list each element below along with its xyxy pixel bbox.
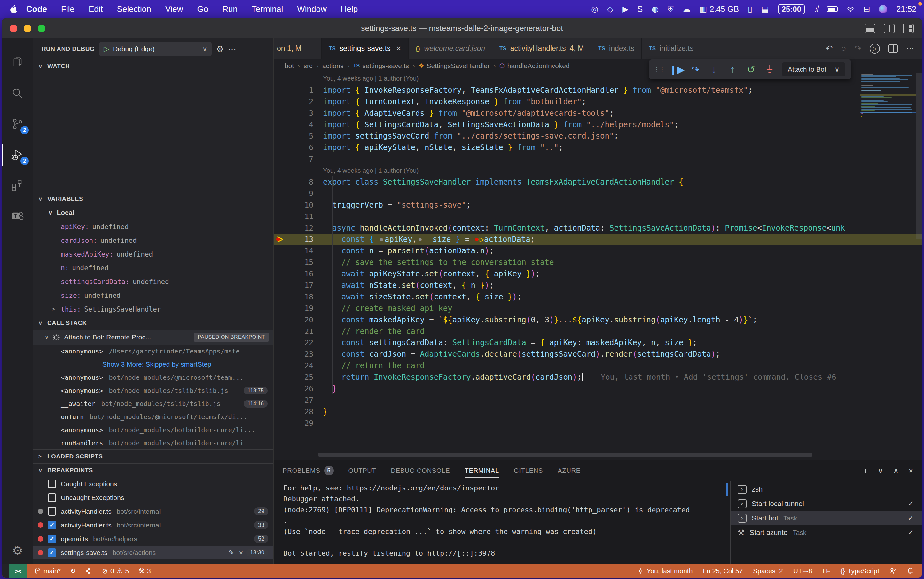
- menu-item-help[interactable]: Help: [341, 4, 358, 14]
- scope-local[interactable]: ∨Local: [33, 206, 273, 220]
- variable-row[interactable]: apiKey:undefined: [33, 220, 273, 234]
- section-header-call-stack[interactable]: ∨CALL STACK: [33, 316, 273, 330]
- code-line[interactable]: 24 // return the card: [274, 360, 922, 371]
- menu-item-run[interactable]: Run: [222, 4, 238, 14]
- variable-row[interactable]: size:undefined: [33, 288, 273, 302]
- step-out-icon[interactable]: ↑: [723, 64, 742, 75]
- close-window-button[interactable]: [10, 25, 17, 32]
- status-item-graph[interactable]: [85, 568, 92, 574]
- section-header-watch[interactable]: ∨WATCH: [33, 59, 273, 73]
- code-line[interactable]: 28}: [274, 406, 922, 417]
- globe-icon[interactable]: ◍: [651, 5, 659, 14]
- breadcrumb-item[interactable]: ❖SettingsSaveHandler: [418, 62, 490, 70]
- breakpoint-row[interactable]: Caught Exceptions: [33, 477, 273, 491]
- breakpoint-row[interactable]: activityHandler.tsbot/src/internal29: [33, 504, 273, 518]
- code-line[interactable]: 3import { AdaptiveCards } from "@microso…: [274, 108, 922, 119]
- breakpoint-row[interactable]: ✓openai.tsbot/src/helpers52: [33, 532, 273, 546]
- breadcrumb-item[interactable]: bot: [284, 62, 294, 70]
- keyboard-icon[interactable]: ▤: [761, 5, 769, 14]
- attach-target-dropdown[interactable]: Attach to Bot∨: [782, 62, 846, 77]
- variable-row[interactable]: cardJson:undefined: [33, 234, 273, 247]
- menu-item-view[interactable]: View: [165, 4, 183, 14]
- code-line[interactable]: 22 const settingsCardData: SettingsCardD…: [274, 337, 922, 348]
- more-actions-icon[interactable]: ⋯: [228, 44, 236, 54]
- code-line[interactable]: 10 triggerVerb = "settings-save";: [274, 199, 922, 211]
- status-item-bell[interactable]: [907, 568, 914, 574]
- siri-icon[interactable]: [879, 5, 887, 13]
- code-line[interactable]: 13 const { ●apiKey,● size } = ●▷actionDa…: [274, 234, 922, 245]
- display-icon[interactable]: ▯: [748, 5, 752, 14]
- status-item-branch[interactable]: main*: [34, 567, 61, 575]
- toggle-secondary-sidebar-icon[interactable]: [884, 24, 895, 33]
- new-terminal-icon[interactable]: +: [863, 466, 868, 475]
- callstack-frame[interactable]: onTurnbot/node_modules/@microsoft/teamsf…: [33, 410, 273, 423]
- code-line[interactable]: 5import settingsSaveCard from "../cards/…: [274, 130, 922, 142]
- debug-start-icon[interactable]: ▷: [104, 45, 109, 53]
- terminal-list-item[interactable]: >Start botTask✓: [731, 511, 922, 525]
- panel-tab-problems[interactable]: PROBLEMS5: [282, 460, 334, 481]
- mute-icon[interactable]: ♪̸: [814, 5, 818, 14]
- code-line[interactable]: 17 await nState.set(context, { n });: [274, 280, 922, 291]
- breadcrumb-item[interactable]: TSsettings-save.ts: [353, 62, 409, 70]
- breadcrumb-item[interactable]: ⬡handleActionInvoked: [500, 62, 570, 70]
- run-file-icon[interactable]: ▷: [870, 44, 880, 54]
- control-center-icon[interactable]: ⊟: [863, 5, 870, 14]
- code-line[interactable]: 23 const cardJson = AdaptiveCards.declar…: [274, 348, 922, 360]
- callstack-frame[interactable]: <anonymous>/Users/garrytrinder/TeamsApps…: [33, 345, 273, 358]
- remote-indicator[interactable]: ><: [9, 564, 27, 578]
- breadcrumb-item[interactable]: actions: [322, 62, 344, 70]
- step-into-icon[interactable]: ↓: [705, 64, 723, 75]
- panel-tab-debug-console[interactable]: DEBUG CONSOLE: [391, 460, 450, 481]
- status-item-sync[interactable]: ↻: [70, 567, 76, 575]
- play-circle-icon[interactable]: ▶: [622, 5, 628, 14]
- sidebar-item-search[interactable]: [2, 78, 33, 109]
- code-editor[interactable]: You, 4 weeks ago | 1 author (You)1import…: [274, 73, 922, 460]
- cloud-icon[interactable]: ☁: [682, 5, 691, 14]
- code-line[interactable]: 26 }: [274, 383, 922, 394]
- horizontal-scrollbar[interactable]: [318, 453, 855, 457]
- shortcuts-icon[interactable]: ◇: [607, 5, 613, 14]
- code-line[interactable]: 20 const maskedApiKey = `${apiKey.substr…: [274, 314, 922, 325]
- status-item-ln-25-col-57[interactable]: Ln 25, Col 57: [703, 567, 743, 575]
- breakpoint-checkbox[interactable]: [47, 493, 56, 502]
- close-panel-icon[interactable]: ×: [908, 466, 913, 475]
- breakpoint-checkbox[interactable]: ✓: [47, 548, 56, 557]
- code-line[interactable]: 29: [274, 417, 922, 429]
- panel-tab-output[interactable]: OUTPUT: [348, 460, 376, 481]
- menu-item-file[interactable]: File: [61, 4, 75, 14]
- breakpoint-checkbox[interactable]: ✓: [47, 521, 56, 530]
- navigate-back-icon[interactable]: ↶: [826, 44, 833, 54]
- menu-item-selection[interactable]: Selection: [117, 4, 151, 14]
- breakpoint-row[interactable]: ✓settings-save.tsbot/src/actions✎×13:30: [33, 546, 273, 559]
- tab-activityhandler.ts[interactable]: TSactivityHandler.ts4, M: [492, 38, 591, 59]
- tab-welcome.card.json[interactable]: {}welcome.card.json: [409, 38, 492, 59]
- code-line[interactable]: 19 // create masked api key: [274, 303, 922, 314]
- circle-icon[interactable]: ○: [841, 44, 846, 54]
- minimap[interactable]: [861, 74, 915, 119]
- panel-tab-azure[interactable]: AZURE: [558, 460, 581, 481]
- status-item-typescript[interactable]: {}TypeScript: [841, 567, 879, 575]
- code-line[interactable]: 6import { apiKeyState, nState, sizeState…: [274, 142, 922, 153]
- breakpoint-checkbox[interactable]: ✓: [47, 535, 56, 543]
- code-line[interactable]: 27: [274, 394, 922, 406]
- status-item-feedback[interactable]: [890, 568, 896, 574]
- terminal-output[interactable]: For help, see: https://nodejs.org/en/doc…: [274, 481, 730, 564]
- tab-index.ts[interactable]: TSindex.ts: [591, 38, 642, 59]
- code-line[interactable]: 8export class SettingsSaveHandler implem…: [274, 176, 922, 188]
- one-password-icon[interactable]: ◎: [591, 5, 598, 14]
- tab-initialize.ts[interactable]: TSinitialize.ts: [642, 38, 701, 59]
- code-line[interactable]: 18 await sizeState.set(context, { size }…: [274, 291, 922, 303]
- terminal-list-item[interactable]: >Start local tunnel✓: [731, 496, 922, 511]
- code-line[interactable]: 1import { InvokeResponseFactory, TeamsFx…: [274, 85, 922, 96]
- menu-item-code[interactable]: Code: [26, 4, 47, 14]
- sidebar-item-extensions[interactable]: [2, 170, 33, 201]
- variable-row[interactable]: settingsCardData:undefined: [33, 275, 273, 288]
- status-item-tools[interactable]: ⚒3: [139, 567, 151, 575]
- tab-on-1-m[interactable]: on 1, M: [274, 38, 322, 59]
- restart-icon[interactable]: ↺: [742, 64, 760, 75]
- code-line[interactable]: 4import { SettingsCardData, SettingsSave…: [274, 119, 922, 131]
- maximize-panel-icon[interactable]: ∧: [893, 466, 899, 475]
- menu-item-go[interactable]: Go: [197, 4, 209, 14]
- settings-gear-icon[interactable]: ⚙: [12, 543, 23, 558]
- debug-settings-gear-icon[interactable]: ⚙: [216, 44, 224, 54]
